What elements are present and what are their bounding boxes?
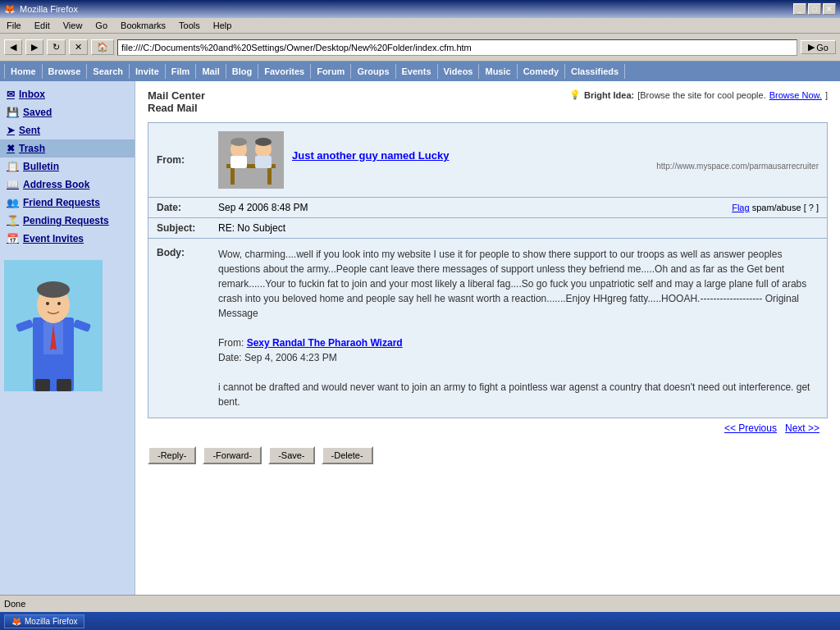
bulletin-icon: 📋: [7, 161, 19, 172]
status-text: Done: [4, 599, 25, 609]
bright-idea-suffix: ]: [825, 90, 828, 100]
nav-events[interactable]: Events: [396, 64, 438, 79]
previous-link[interactable]: << Previous: [724, 422, 777, 434]
sender-name-link[interactable]: Just another guy named Lucky: [292, 149, 449, 162]
delete-button[interactable]: -Delete-: [322, 446, 373, 464]
sidebar-item-inbox[interactable]: ✉ Inbox: [0, 85, 135, 103]
email-nav-links: << Previous Next >>: [148, 418, 828, 438]
sidebar-item-saved[interactable]: 💾 Saved: [0, 103, 135, 121]
from-label: From:: [157, 154, 185, 166]
pending-requests-icon: ⏳: [7, 215, 19, 226]
mail-center-subtitle: Read Mail: [148, 102, 205, 114]
nav-comedy[interactable]: Comedy: [518, 64, 565, 79]
sidebar-label-address-book: Address Book: [23, 179, 89, 190]
sidebar-item-sent[interactable]: ➤ Sent: [0, 121, 135, 139]
window-controls[interactable]: _ □ ✕: [793, 3, 836, 15]
menu-file[interactable]: File: [4, 20, 24, 31]
nav-classifieds[interactable]: Classifieds: [565, 64, 625, 79]
nav-mail[interactable]: Mail: [196, 64, 226, 79]
nav-videos[interactable]: Videos: [438, 64, 480, 79]
svg-point-7: [57, 302, 61, 305]
mail-center-title: Mail Center: [148, 89, 205, 102]
taskbar-app-button[interactable]: 🦊 Mozilla Firefox: [4, 614, 84, 628]
main-content: ✉ Inbox 💾 Saved ➤ Sent ✖ Trash 📋 Bulleti…: [0, 81, 840, 595]
event-invites-icon: 📅: [7, 233, 19, 244]
nav-browse[interactable]: Browse: [43, 64, 88, 79]
sidebar-item-address-book[interactable]: 📖 Address Book: [0, 176, 135, 194]
window-titlebar: 🦊 Mozilla Firefox _ □ ✕: [0, 0, 840, 18]
flag-link[interactable]: Flag: [732, 203, 749, 212]
menu-help[interactable]: Help: [211, 20, 235, 31]
back-button[interactable]: ◀: [4, 39, 22, 55]
svg-rect-19: [255, 156, 272, 168]
sidebar-image: [4, 260, 103, 391]
refresh-button[interactable]: ↻: [47, 39, 66, 55]
address-bar[interactable]: [117, 39, 797, 56]
body-content: Wow, charming....well if you look into m…: [218, 247, 819, 409]
body-main-text: Wow, charming....well if you look into m…: [218, 247, 819, 321]
action-buttons: -Reply- -Forward- -Save- -Delete-: [148, 438, 828, 472]
flag-container: Flag spam/abuse [ ? ]: [732, 203, 819, 212]
sidebar-label-trash: Trash: [19, 143, 45, 154]
close-button[interactable]: ✕: [823, 3, 836, 15]
nav-groups[interactable]: Groups: [351, 64, 395, 79]
menu-view[interactable]: View: [61, 20, 85, 31]
email-container: From:: [148, 122, 828, 418]
menu-edit[interactable]: Edit: [32, 20, 52, 31]
sidebar-label-inbox: Inbox: [19, 89, 45, 100]
menu-tools[interactable]: Tools: [176, 20, 203, 31]
save-button[interactable]: -Save-: [268, 446, 314, 464]
nav-forum[interactable]: Forum: [311, 64, 351, 79]
reply-button[interactable]: -Reply-: [148, 446, 196, 464]
quoted-from-name[interactable]: Sexy Randal The Pharaoh Wizard: [247, 337, 403, 349]
svg-point-6: [46, 302, 49, 305]
forward-button[interactable]: -Forward-: [203, 446, 262, 464]
sidebar-label-saved: Saved: [23, 107, 52, 118]
sidebar-label-pending-requests: Pending Requests: [23, 215, 109, 226]
from-info: Just another guy named Lucky http://www.…: [292, 149, 819, 171]
svg-point-5: [37, 281, 70, 298]
nav-favorites[interactable]: Favorites: [258, 64, 311, 79]
home-button[interactable]: 🏠: [91, 39, 114, 55]
content-area: Mail Center Read Mail 💡 Bright Idea: [Br…: [135, 81, 840, 595]
email-subject-row: Subject: RE: No Subject: [148, 218, 827, 239]
minimize-button[interactable]: _: [793, 3, 806, 15]
nav-home[interactable]: Home: [4, 64, 43, 79]
taskbar-app-label: Mozilla Firefox: [25, 617, 77, 626]
maximize-button[interactable]: □: [808, 3, 821, 15]
nav-invite[interactable]: Invite: [130, 64, 166, 79]
saved-icon: 💾: [7, 107, 19, 118]
trash-icon: ✖: [7, 143, 15, 154]
go-button[interactable]: ▶ Go: [801, 40, 836, 54]
nav-blog[interactable]: Blog: [226, 64, 258, 79]
sender-avatar[interactable]: [218, 131, 284, 189]
sidebar-item-pending-requests[interactable]: ⏳ Pending Requests: [0, 212, 135, 230]
sidebar-label-sent: Sent: [19, 125, 40, 136]
nav-film[interactable]: Film: [166, 64, 197, 79]
go-icon: ▶: [808, 42, 815, 52]
from-label-col: From:: [157, 154, 210, 166]
sidebar-item-bulletin[interactable]: 📋 Bulletin: [0, 158, 135, 176]
browse-now-link[interactable]: Browse Now.: [769, 90, 822, 100]
menu-go[interactable]: Go: [93, 20, 110, 31]
nav-music[interactable]: Music: [479, 64, 517, 79]
stop-button[interactable]: ✕: [69, 39, 88, 55]
address-bar-container: ▶ Go: [117, 39, 836, 56]
taskbar: 🦊 Mozilla Firefox: [0, 612, 840, 630]
forward-button[interactable]: ▶: [25, 39, 43, 55]
date-value: Sep 4 2006 8:48 PM: [218, 202, 732, 213]
next-link[interactable]: Next >>: [785, 422, 819, 434]
sidebar: ✉ Inbox 💾 Saved ➤ Sent ✖ Trash 📋 Bulleti…: [0, 81, 135, 595]
sidebar-item-event-invites[interactable]: 📅 Event Invites: [0, 230, 135, 248]
date-row-content: Sep 4 2006 8:48 PM Flag spam/abuse [ ? ]: [218, 202, 819, 213]
date-label: Date:: [157, 202, 210, 213]
inbox-icon: ✉: [7, 89, 15, 100]
svg-point-20: [231, 138, 247, 146]
sidebar-item-trash[interactable]: ✖ Trash: [0, 139, 135, 158]
menu-bookmarks[interactable]: Bookmarks: [118, 20, 168, 31]
sidebar-item-friend-requests[interactable]: 👥 Friend Requests: [0, 194, 135, 212]
avatar-image: [218, 131, 284, 189]
nav-search[interactable]: Search: [87, 64, 130, 79]
svg-rect-11: [57, 379, 71, 391]
quoted-from-prefix: From:: [218, 337, 244, 349]
